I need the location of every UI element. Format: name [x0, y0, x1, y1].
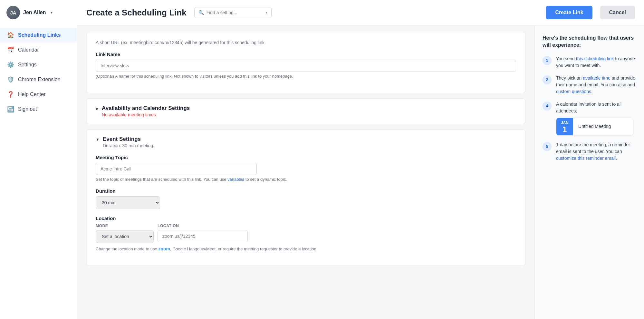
sidebar: JA Jen Allen ▾ 🏠 Scheduling Links 📅 Cale…: [0, 0, 77, 319]
location-mode-select[interactable]: Set a location Zoom Google Meet Phone In…: [96, 230, 154, 243]
meeting-topic-hint: Set the topic of meetings that are sched…: [96, 177, 516, 182]
page-title: Create a Scheduling Link: [86, 8, 187, 18]
step-5-text: 1 day before the meeting, a reminder ema…: [556, 141, 636, 162]
search-bar[interactable]: 🔍 ▾: [194, 7, 272, 18]
location-label: Location: [96, 216, 516, 221]
toggle-icon: ▶: [96, 106, 99, 111]
event-settings-card: ▼ Event Settings Duration: 30 min meetin…: [86, 129, 525, 266]
link-name-label: Link Name: [96, 52, 516, 57]
signout-icon: ↪️: [7, 106, 14, 113]
cal-date: Jan 1: [556, 118, 573, 135]
form-panel: A short URL (ex. meetingbird.com/m/12345…: [77, 25, 534, 319]
sidebar-item-help-center[interactable]: ❓ Help Center: [0, 87, 77, 102]
sidebar-item-label: Sign out: [18, 106, 37, 112]
duration-label: Duration: [96, 188, 516, 194]
help-icon: ❓: [7, 91, 14, 98]
availability-card: ▶ Availability and Calendar Settings No …: [86, 98, 525, 124]
link-name-input[interactable]: [96, 60, 516, 72]
main-panel: Create a Scheduling Link 🔍 ▾ Create Link…: [77, 0, 644, 319]
event-body: Meeting Topic Set the topic of meetings …: [87, 155, 525, 266]
custom-questions-link[interactable]: custom questions: [556, 89, 591, 94]
location-location-col: LOCATION: [158, 224, 248, 242]
content-area: A short URL (ex. meetingbird.com/m/12345…: [77, 25, 644, 319]
zoom-logo: zoom: [158, 246, 170, 251]
step-1-text: You send this scheduling link to anyone …: [556, 55, 636, 69]
settings-icon: ⚙️: [7, 61, 14, 68]
availability-title: Availability and Calendar Settings: [102, 105, 190, 111]
search-icon: 🔍: [198, 10, 204, 15]
url-description: A short URL (ex. meetingbird.com/m/12345…: [96, 40, 516, 45]
sidebar-item-scheduling-links[interactable]: 🏠 Scheduling Links: [0, 28, 77, 43]
sidebar-item-sign-out[interactable]: ↪️ Sign out: [0, 102, 77, 117]
duration-group: Duration 30 min 15 min 45 min 60 min 90 …: [96, 188, 516, 209]
location-hint: Change the location mode to use zoom, Go…: [96, 246, 516, 251]
flow-step-5: 5 1 day before the meeting, a reminder e…: [543, 141, 636, 162]
availability-subtitle: No available meeting times.: [102, 112, 190, 117]
calendar-icon: 📅: [7, 46, 14, 53]
flow-title: Here's the scheduling flow that users wi…: [543, 34, 636, 49]
cancel-button[interactable]: Cancel: [600, 6, 635, 19]
chevron-down-icon: ▾: [265, 10, 267, 15]
avatar: JA: [6, 6, 20, 19]
shield-icon: 🛡️: [7, 76, 14, 83]
location-input[interactable]: [158, 230, 248, 242]
variables-link[interactable]: variables: [227, 177, 244, 182]
meeting-topic-group: Meeting Topic Set the topic of meetings …: [96, 155, 516, 182]
home-icon: 🏠: [7, 32, 14, 39]
availability-section-header[interactable]: ▶ Availability and Calendar Settings No …: [87, 99, 525, 124]
step-num-5: 5: [543, 142, 552, 151]
location-group: Location MODE Set a location Zoom Google…: [96, 216, 516, 251]
location-location-col-header: LOCATION: [158, 224, 248, 228]
step-num-1: 1: [543, 56, 552, 65]
sidebar-item-calendar[interactable]: 📅 Calendar: [0, 43, 77, 57]
username: Jen Allen: [23, 10, 46, 15]
toggle-icon: ▼: [96, 137, 100, 142]
meeting-topic-label: Meeting Topic: [96, 155, 516, 160]
sidebar-item-label: Settings: [18, 62, 37, 68]
flow-step-4: 4 A calendar invitation is sent to all a…: [543, 101, 636, 136]
user-profile[interactable]: JA Jen Allen ▾: [0, 0, 77, 25]
event-settings-subtitle: Duration: 30 min meeting.: [103, 143, 154, 148]
sidebar-item-label: Help Center: [18, 92, 45, 97]
search-input[interactable]: [207, 10, 263, 15]
sidebar-item-label: Calendar: [18, 47, 39, 53]
header: Create a Scheduling Link 🔍 ▾ Create Link…: [77, 0, 644, 25]
location-mode-col: MODE Set a location Zoom Google Meet Pho…: [96, 224, 154, 243]
step-num-2: 2: [543, 75, 552, 84]
event-settings-title: Event Settings: [103, 136, 154, 142]
duration-select[interactable]: 30 min 15 min 45 min 60 min 90 min: [96, 196, 160, 209]
step-num-4: 4: [543, 102, 552, 111]
customize-reminder-link[interactable]: customize this reminder email: [556, 156, 616, 161]
create-link-button[interactable]: Create Link: [546, 6, 592, 19]
step-4-text: A calendar invitation is sent to all att…: [556, 101, 636, 136]
flow-step-2: 2 They pick an available time and provid…: [543, 75, 636, 95]
cal-event-name: Untitled Meeting: [573, 120, 616, 133]
location-mode-col-header: MODE: [96, 224, 154, 228]
calendar-card: Jan 1 Untitled Meeting: [556, 118, 633, 136]
sidebar-item-label: Chrome Extension: [18, 77, 61, 82]
scheduling-link-link[interactable]: this scheduling link: [576, 56, 614, 61]
flow-panel: Here's the scheduling flow that users wi…: [534, 25, 644, 319]
sidebar-nav: 🏠 Scheduling Links 📅 Calendar ⚙️ Setting…: [0, 25, 77, 119]
flow-step-1: 1 You send this scheduling link to anyon…: [543, 55, 636, 69]
available-time-link[interactable]: available time: [583, 75, 610, 81]
url-desc-card: A short URL (ex. meetingbird.com/m/12345…: [86, 32, 525, 93]
step-2-text: They pick an available time and provide …: [556, 75, 636, 95]
meeting-topic-input[interactable]: [96, 163, 257, 175]
cal-day: 1: [561, 126, 569, 133]
event-settings-header[interactable]: ▼ Event Settings Duration: 30 min meetin…: [87, 130, 525, 155]
chevron-down-icon: ▾: [51, 10, 53, 15]
sidebar-item-settings[interactable]: ⚙️ Settings: [0, 57, 77, 72]
link-name-group: Link Name (Optional) A name for this sch…: [96, 52, 516, 79]
sidebar-item-chrome-extension[interactable]: 🛡️ Chrome Extension: [0, 72, 77, 87]
link-name-hint: (Optional) A name for this scheduling li…: [96, 74, 516, 79]
sidebar-item-label: Scheduling Links: [18, 32, 61, 38]
